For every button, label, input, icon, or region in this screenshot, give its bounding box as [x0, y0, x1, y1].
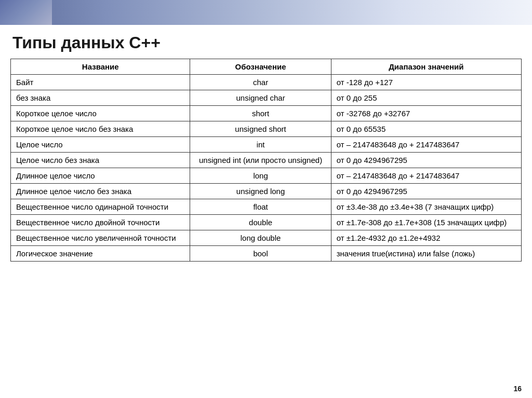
table-row: Вещественное число увеличенной точностиl… [11, 230, 522, 246]
cell-name: Вещественное число увеличенной точности [11, 230, 190, 246]
table-row: Байтcharот -128 до +127 [11, 75, 522, 90]
cell-notation: long double [190, 230, 331, 246]
cell-range: от 0 до 255 [331, 90, 521, 106]
table-row: Целое число без знакаunsigned int (или п… [11, 153, 522, 168]
cell-name: Логическое значение [11, 246, 190, 262]
cell-range: от – 2147483648 до + 2147483647 [331, 137, 521, 153]
cell-notation: bool [190, 246, 331, 262]
cell-range: от ±1.7e-308 до ±1.7e+308 (15 значащих ц… [331, 215, 521, 230]
cell-name: Длинное целое число [11, 168, 190, 184]
table-row: Вещественное число одинарной точностиflo… [11, 199, 522, 215]
cell-range: от ±1.2e-4932 до ±1.2e+4932 [331, 230, 521, 246]
col-header-notation: Обозначение [190, 59, 331, 75]
table-row: Целое числоintот – 2147483648 до + 21474… [11, 137, 522, 153]
cell-range: от 0 до 65535 [331, 121, 521, 137]
cell-range: значения true(истина) или false (ложь) [331, 246, 521, 262]
cell-name: Вещественное число двойной точности [11, 215, 190, 230]
cell-notation: long [190, 168, 331, 184]
cell-notation: float [190, 199, 331, 215]
cell-name: Целое число [11, 137, 190, 153]
cell-notation: int [190, 137, 331, 153]
cell-name: Целое число без знака [11, 153, 190, 168]
cell-range: от ±3.4e-38 до ±3.4e+38 (7 значащих цифр… [331, 199, 521, 215]
cell-range: от -32768 до +32767 [331, 106, 521, 121]
cell-notation: double [190, 215, 331, 230]
cell-name: Байт [11, 75, 190, 90]
cell-notation: short [190, 106, 331, 121]
table-row: Короткое целое числоshortот -32768 до +3… [11, 106, 522, 121]
cell-notation: unsigned short [190, 121, 331, 137]
table-row: Длинное целое числоlongот – 2147483648 д… [11, 168, 522, 184]
table-row: без знакаunsigned charот 0 до 255 [11, 90, 522, 106]
cell-range: от 0 до 4294967295 [331, 153, 521, 168]
cell-range: от – 2147483648 до + 2147483647 [331, 168, 521, 184]
cell-name: Вещественное число одинарной точности [11, 199, 190, 215]
cell-range: от -128 до +127 [331, 75, 521, 90]
col-header-name: Название [11, 59, 190, 75]
cell-range: от 0 до 4294967295 [331, 184, 521, 199]
cell-name: Короткое целое число без знака [11, 121, 190, 137]
table-row: Длинное целое число без знакаunsigned lo… [11, 184, 522, 199]
table-row: Вещественное число двойной точностиdoubl… [11, 215, 522, 230]
cell-notation: char [190, 75, 331, 90]
page-number: 16 [513, 385, 522, 393]
table-row: Логическое значениеboolзначения true(ист… [11, 246, 522, 262]
cell-name: Короткое целое число [11, 106, 190, 121]
col-header-range: Диапазон значений [331, 59, 521, 75]
page-title: Типы данных С++ [12, 33, 520, 52]
cell-notation: unsigned int (или просто unsigned) [190, 153, 331, 168]
cell-name: без знака [11, 90, 190, 106]
cell-notation: unsigned long [190, 184, 331, 199]
data-table: Название Обозначение Диапазон значений Б… [10, 59, 522, 262]
cell-notation: unsigned char [190, 90, 331, 106]
table-row: Короткое целое число без знакаunsigned s… [11, 121, 522, 137]
cell-name: Длинное целое число без знака [11, 184, 190, 199]
